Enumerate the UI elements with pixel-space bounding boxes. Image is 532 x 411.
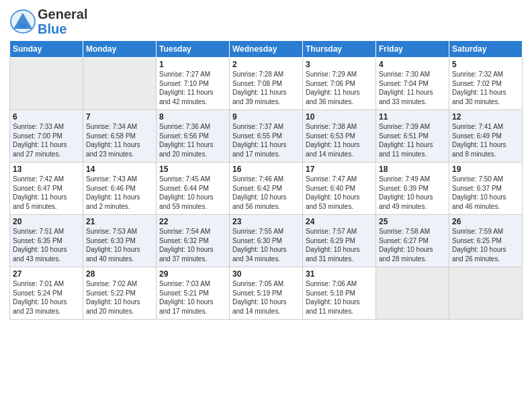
calendar-cell: 29Sunrise: 7:03 AMSunset: 5:21 PMDayligh… xyxy=(157,267,230,320)
day-number: 30 xyxy=(232,269,300,279)
logo-blue: Blue xyxy=(38,21,87,36)
calendar-week-row: 13Sunrise: 7:42 AMSunset: 6:47 PMDayligh… xyxy=(10,163,523,215)
day-number: 27 xyxy=(13,269,80,279)
calendar-cell: 1Sunrise: 7:27 AMSunset: 7:10 PMDaylight… xyxy=(157,58,230,110)
calendar-cell: 18Sunrise: 7:49 AMSunset: 6:39 PMDayligh… xyxy=(376,163,449,215)
weekday-header: Monday xyxy=(83,41,157,58)
calendar-cell: 30Sunrise: 7:05 AMSunset: 5:19 PMDayligh… xyxy=(230,267,303,320)
calendar-cell: 15Sunrise: 7:45 AMSunset: 6:44 PMDayligh… xyxy=(157,163,230,215)
calendar-week-row: 27Sunrise: 7:01 AMSunset: 5:24 PMDayligh… xyxy=(10,267,523,320)
day-info: Sunrise: 7:43 AMSunset: 6:46 PMDaylight:… xyxy=(86,175,153,211)
day-number: 25 xyxy=(379,217,446,226)
day-info: Sunrise: 7:29 AMSunset: 7:06 PMDaylight:… xyxy=(306,70,373,106)
page-header: General Blue xyxy=(9,7,523,36)
calendar-cell xyxy=(10,58,83,110)
calendar-cell: 28Sunrise: 7:02 AMSunset: 5:22 PMDayligh… xyxy=(83,267,157,320)
calendar-cell: 11Sunrise: 7:39 AMSunset: 6:51 PMDayligh… xyxy=(376,110,449,163)
calendar-week-row: 1Sunrise: 7:27 AMSunset: 7:10 PMDaylight… xyxy=(10,58,523,110)
day-number: 16 xyxy=(232,165,300,174)
day-number: 15 xyxy=(159,165,226,174)
calendar-cell: 26Sunrise: 7:59 AMSunset: 6:25 PMDayligh… xyxy=(449,215,523,267)
calendar-cell: 27Sunrise: 7:01 AMSunset: 5:24 PMDayligh… xyxy=(10,267,83,320)
weekday-header: Sunday xyxy=(10,41,83,58)
day-info: Sunrise: 7:06 AMSunset: 5:18 PMDaylight:… xyxy=(306,279,373,316)
day-info: Sunrise: 7:42 AMSunset: 6:47 PMDaylight:… xyxy=(13,175,80,211)
day-info: Sunrise: 7:47 AMSunset: 6:40 PMDaylight:… xyxy=(306,175,373,211)
day-number: 13 xyxy=(13,165,80,174)
calendar-cell: 8Sunrise: 7:36 AMSunset: 6:56 PMDaylight… xyxy=(157,110,230,163)
day-number: 10 xyxy=(306,112,373,122)
day-number: 17 xyxy=(306,165,373,174)
day-info: Sunrise: 7:39 AMSunset: 6:51 PMDaylight:… xyxy=(379,122,446,158)
day-number: 4 xyxy=(379,60,446,69)
calendar-cell xyxy=(376,267,449,320)
day-number: 6 xyxy=(13,112,80,122)
calendar-cell: 6Sunrise: 7:33 AMSunset: 7:00 PMDaylight… xyxy=(10,110,83,163)
day-number: 8 xyxy=(159,112,226,122)
calendar-cell: 19Sunrise: 7:50 AMSunset: 6:37 PMDayligh… xyxy=(449,163,523,215)
day-number: 7 xyxy=(86,112,153,122)
day-number: 14 xyxy=(86,165,153,174)
day-info: Sunrise: 7:59 AMSunset: 6:25 PMDaylight:… xyxy=(452,227,519,263)
day-info: Sunrise: 7:02 AMSunset: 5:22 PMDaylight:… xyxy=(86,279,153,316)
calendar-cell: 16Sunrise: 7:46 AMSunset: 6:42 PMDayligh… xyxy=(230,163,303,215)
calendar-cell: 2Sunrise: 7:28 AMSunset: 7:08 PMDaylight… xyxy=(230,58,303,110)
weekday-header: Wednesday xyxy=(230,41,303,58)
day-info: Sunrise: 7:54 AMSunset: 6:32 PMDaylight:… xyxy=(159,227,226,263)
calendar-cell: 24Sunrise: 7:57 AMSunset: 6:29 PMDayligh… xyxy=(303,215,376,267)
weekday-header: Tuesday xyxy=(157,41,230,58)
day-info: Sunrise: 7:45 AMSunset: 6:44 PMDaylight:… xyxy=(159,175,226,211)
day-info: Sunrise: 7:38 AMSunset: 6:53 PMDaylight:… xyxy=(306,122,373,158)
day-info: Sunrise: 7:46 AMSunset: 6:42 PMDaylight:… xyxy=(232,175,300,211)
day-info: Sunrise: 7:28 AMSunset: 7:08 PMDaylight:… xyxy=(232,70,300,106)
day-info: Sunrise: 7:36 AMSunset: 6:56 PMDaylight:… xyxy=(159,122,226,158)
day-info: Sunrise: 7:30 AMSunset: 7:04 PMDaylight:… xyxy=(379,70,446,106)
day-info: Sunrise: 7:01 AMSunset: 5:24 PMDaylight:… xyxy=(13,279,80,316)
day-info: Sunrise: 7:58 AMSunset: 6:27 PMDaylight:… xyxy=(379,227,446,263)
day-number: 3 xyxy=(306,60,373,69)
day-number: 31 xyxy=(306,269,373,279)
svg-rect-2 xyxy=(19,24,27,29)
calendar-table: SundayMondayTuesdayWednesdayThursdayFrid… xyxy=(9,40,523,320)
calendar-cell: 14Sunrise: 7:43 AMSunset: 6:46 PMDayligh… xyxy=(83,163,157,215)
day-info: Sunrise: 7:55 AMSunset: 6:30 PMDaylight:… xyxy=(232,227,300,263)
calendar-cell: 13Sunrise: 7:42 AMSunset: 6:47 PMDayligh… xyxy=(10,163,83,215)
day-number: 2 xyxy=(232,60,300,69)
calendar-cell: 9Sunrise: 7:37 AMSunset: 6:55 PMDaylight… xyxy=(230,110,303,163)
calendar-week-row: 20Sunrise: 7:51 AMSunset: 6:35 PMDayligh… xyxy=(10,215,523,267)
day-info: Sunrise: 7:49 AMSunset: 6:39 PMDaylight:… xyxy=(379,175,446,211)
day-info: Sunrise: 7:27 AMSunset: 7:10 PMDaylight:… xyxy=(159,70,226,106)
day-number: 21 xyxy=(86,217,153,226)
calendar-cell: 4Sunrise: 7:30 AMSunset: 7:04 PMDaylight… xyxy=(376,58,449,110)
header-row: SundayMondayTuesdayWednesdayThursdayFrid… xyxy=(10,41,523,58)
day-info: Sunrise: 7:32 AMSunset: 7:02 PMDaylight:… xyxy=(452,70,519,106)
calendar-cell: 10Sunrise: 7:38 AMSunset: 6:53 PMDayligh… xyxy=(303,110,376,163)
day-number: 20 xyxy=(13,217,80,226)
day-number: 24 xyxy=(306,217,373,226)
day-number: 28 xyxy=(86,269,153,279)
day-info: Sunrise: 7:41 AMSunset: 6:49 PMDaylight:… xyxy=(452,122,519,158)
day-number: 9 xyxy=(232,112,300,122)
day-info: Sunrise: 7:34 AMSunset: 6:58 PMDaylight:… xyxy=(86,122,153,158)
calendar-cell: 23Sunrise: 7:55 AMSunset: 6:30 PMDayligh… xyxy=(230,215,303,267)
day-info: Sunrise: 7:03 AMSunset: 5:21 PMDaylight:… xyxy=(159,279,226,316)
calendar-cell: 17Sunrise: 7:47 AMSunset: 6:40 PMDayligh… xyxy=(303,163,376,215)
calendar-cell: 31Sunrise: 7:06 AMSunset: 5:18 PMDayligh… xyxy=(303,267,376,320)
day-number: 12 xyxy=(452,112,519,122)
day-info: Sunrise: 7:51 AMSunset: 6:35 PMDaylight:… xyxy=(13,227,80,263)
day-number: 18 xyxy=(379,165,446,174)
day-info: Sunrise: 7:05 AMSunset: 5:19 PMDaylight:… xyxy=(232,279,300,316)
day-info: Sunrise: 7:50 AMSunset: 6:37 PMDaylight:… xyxy=(452,175,519,211)
weekday-header: Thursday xyxy=(303,41,376,58)
calendar-cell xyxy=(449,267,523,320)
day-number: 11 xyxy=(379,112,446,122)
day-number: 23 xyxy=(232,217,300,226)
page-container: General Blue SundayMondayTuesdayWednesda… xyxy=(0,0,532,324)
day-info: Sunrise: 7:57 AMSunset: 6:29 PMDaylight:… xyxy=(306,227,373,263)
logo: General Blue xyxy=(9,7,87,36)
day-number: 5 xyxy=(452,60,519,69)
day-info: Sunrise: 7:37 AMSunset: 6:55 PMDaylight:… xyxy=(232,122,300,158)
calendar-cell: 7Sunrise: 7:34 AMSunset: 6:58 PMDaylight… xyxy=(83,110,157,163)
calendar-cell: 3Sunrise: 7:29 AMSunset: 7:06 PMDaylight… xyxy=(303,58,376,110)
day-info: Sunrise: 7:33 AMSunset: 7:00 PMDaylight:… xyxy=(13,122,80,158)
